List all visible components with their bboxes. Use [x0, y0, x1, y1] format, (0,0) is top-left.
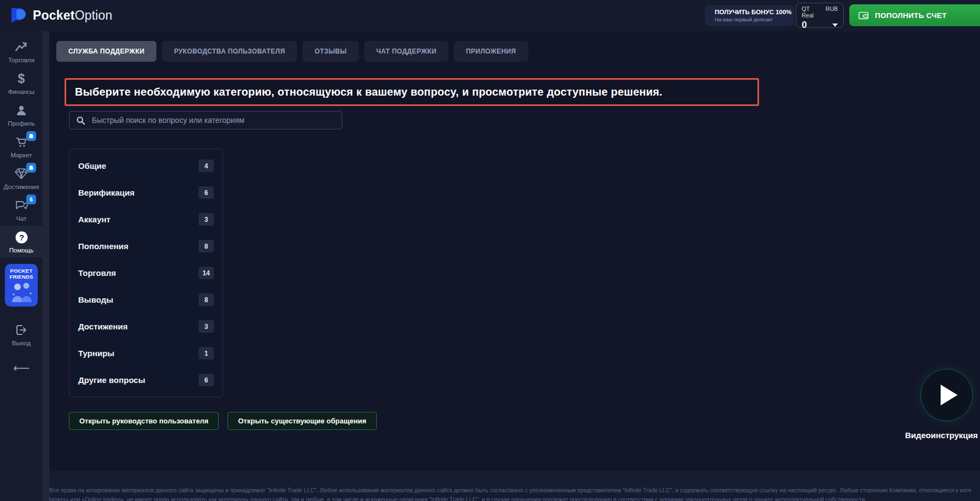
category-count-badge: 14 — [199, 267, 214, 279]
category-count-badge: 8 — [199, 293, 214, 306]
sidebar-item-trading[interactable]: Торговля — [0, 36, 43, 67]
account-type-label: QT Real — [802, 5, 821, 19]
pocket-friends-banner[interactable]: POCKET FRIENDS — [5, 264, 38, 307]
category-count-badge: 4 — [199, 160, 214, 172]
sidebar-item-achievements[interactable]: Достижения — [0, 162, 43, 194]
bonus-title: ПОЛУЧИТЬ БОНУС 100% — [715, 9, 792, 15]
category-row-deposits[interactable]: Пополнения 8 — [69, 233, 223, 260]
deposit-button-label: ПОПОЛНИТЬ СЧЕТ — [875, 11, 947, 20]
search-input[interactable] — [92, 116, 335, 125]
help-tabs: СЛУЖБА ПОДДЕРЖКИ РУКОВОДСТВА ПОЛЬЗОВАТЕЛ… — [56, 41, 528, 62]
category-count-badge: 6 — [199, 374, 214, 386]
open-user-guide-button[interactable]: Открыть руководство пользователя — [69, 412, 219, 430]
open-existing-tickets-button[interactable]: Открыть существующие обращения — [228, 412, 377, 430]
bonus-subtitle: На ваш первый депозит — [715, 16, 792, 22]
deposit-button[interactable]: ПОПОЛНИТЬ СЧЕТ — [849, 4, 980, 26]
currency-label: RUB — [826, 5, 838, 19]
help-action-buttons: Открыть руководство пользователя Открыть… — [69, 412, 377, 430]
search-icon — [76, 116, 85, 125]
sidebar-item-label: Профиль — [8, 120, 35, 127]
page-title: Выберите необходимую категорию, относящу… — [75, 86, 749, 98]
brand-logo[interactable]: PocketOption — [9, 7, 113, 24]
category-list: Общие 4 Верификация 6 Аккаунт 3 Пополнен… — [69, 149, 223, 397]
category-row-trading[interactable]: Торговля 14 — [69, 260, 223, 286]
pocket-friends-illustration — [7, 280, 36, 303]
tab-support-chat[interactable]: ЧАТ ПОДДЕРЖКИ — [364, 41, 448, 62]
svg-text:?: ? — [19, 233, 24, 242]
sidebar-item-label: Выход — [12, 340, 31, 346]
cart-icon — [14, 135, 28, 149]
category-row-withdrawals[interactable]: Выводы 8 — [69, 286, 223, 313]
sidebar-scroll-track[interactable] — [43, 31, 49, 501]
sidebar-item-label: Достижения — [4, 184, 39, 190]
help-icon: ? — [14, 230, 28, 244]
bonus-texts: ПОЛУЧИТЬ БОНУС 100% На ваш первый депози… — [715, 9, 792, 22]
category-row-general[interactable]: Общие 4 — [69, 152, 223, 179]
category-count-badge: 6 — [199, 186, 214, 199]
sidebar-item-logout[interactable]: Выход — [0, 319, 43, 350]
chat-count-badge: 6 — [26, 194, 36, 204]
tab-user-guides[interactable]: РУКОВОДСТВА ПОЛЬЗОВАТЕЛЯ — [162, 41, 297, 62]
bell-badge — [26, 163, 36, 173]
dollar-icon: $ — [14, 72, 28, 86]
category-count-badge: 8 — [199, 240, 214, 252]
wallet-icon — [858, 9, 870, 21]
headline-highlight-box: Выберите необходимую категорию, относящу… — [65, 78, 759, 106]
brand-name: PocketOption — [33, 8, 113, 23]
sidebar-item-profile[interactable]: Профиль — [0, 99, 43, 131]
chart-line-icon — [14, 40, 28, 54]
category-count-badge: 1 — [199, 347, 214, 359]
left-sidebar: Торговля $ Финансы Профиль Маркет — [0, 31, 43, 501]
play-icon — [941, 385, 958, 405]
sidebar-item-market[interactable]: Маркет — [0, 131, 43, 162]
sidebar-item-label: Финансы — [8, 89, 34, 95]
category-row-achievements[interactable]: Достижения 3 — [69, 313, 223, 340]
chat-bubbles-icon: 6 — [14, 198, 28, 213]
logout-icon — [14, 323, 28, 337]
category-count-badge: 3 — [199, 320, 214, 333]
video-play-button[interactable] — [920, 369, 973, 421]
sidebar-item-finances[interactable]: $ Финансы — [0, 67, 43, 99]
category-row-verification[interactable]: Верификация 6 — [69, 179, 223, 206]
tab-support-service[interactable]: СЛУЖБА ПОДДЕРЖКИ — [56, 41, 156, 62]
balance-selector[interactable]: QT Real RUB 0 — [796, 3, 844, 28]
pocket-option-help-page: PocketOption ПОЛУЧИТЬ БОНУС 100% На ваш … — [0, 0, 980, 501]
category-count-badge: 3 — [199, 213, 214, 226]
bonus-banner[interactable]: ПОЛУЧИТЬ БОНУС 100% На ваш первый депози… — [705, 5, 794, 26]
bell-badge — [26, 131, 36, 141]
gem-icon — [14, 167, 28, 181]
sidebar-item-label: Помощь — [9, 247, 33, 254]
chevron-down-icon — [832, 23, 838, 27]
help-main-content: СЛУЖБА ПОДДЕРЖКИ РУКОВОДСТВА ПОЛЬЗОВАТЕЛ… — [49, 31, 980, 471]
video-instruction-label: Видеоинструкция — [903, 431, 978, 440]
sidebar-item-label: Торговля — [8, 57, 34, 63]
category-row-other[interactable]: Другие вопросы 6 — [69, 367, 223, 393]
footer-legal-text: Все права на копирование материалов данн… — [49, 486, 980, 501]
category-row-tournaments[interactable]: Турниры 1 — [69, 340, 223, 367]
tab-reviews[interactable]: ОТЗЫВЫ — [302, 41, 359, 62]
sidebar-item-label: Маркет — [11, 152, 32, 158]
balance-amount: 0 — [802, 20, 807, 31]
sidebar-item-label: Чат — [16, 215, 26, 222]
footer: Все права на копирование материалов данн… — [0, 471, 980, 501]
user-icon — [14, 103, 28, 117]
pocket-friends-label: POCKET FRIENDS — [9, 268, 33, 280]
sidebar-item-help[interactable]: ? Помощь — [0, 226, 43, 257]
search-box[interactable] — [69, 111, 342, 129]
pocket-option-logo-icon — [9, 7, 28, 24]
sidebar-item-chat[interactable]: 6 Чат — [0, 194, 43, 226]
top-header: PocketOption ПОЛУЧИТЬ БОНУС 100% На ваш … — [0, 0, 980, 31]
collapse-sidebar-icon[interactable]: ⟵ — [13, 362, 30, 374]
category-row-account[interactable]: Аккаунт 3 — [69, 206, 223, 233]
tab-apps[interactable]: ПРИЛОЖЕНИЯ — [454, 41, 528, 62]
